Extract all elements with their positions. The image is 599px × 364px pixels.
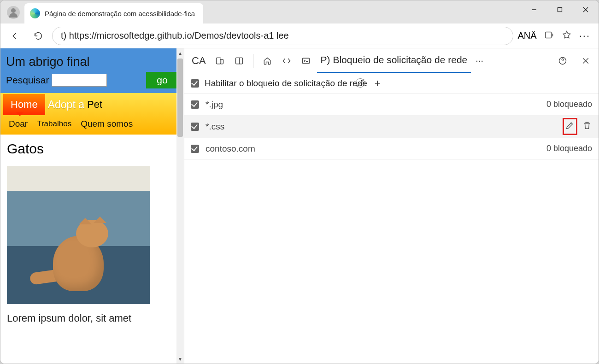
lorem-text: Lorem ipsum dolor, sit amet <box>7 312 177 324</box>
browser-window: Página de demonstração com acessibilidad… <box>0 0 599 364</box>
page-heading: Gatos <box>7 141 177 157</box>
scroll-down-icon[interactable]: ▼ <box>176 354 184 364</box>
page-pane: Um abrigo final Pesquisar go Home Adopt … <box>0 48 184 364</box>
svg-rect-4 <box>545 32 551 38</box>
pattern-name: *.css <box>206 122 556 132</box>
nav-donate[interactable]: Doar <box>9 119 28 129</box>
nav-pet[interactable]: Pet <box>87 99 102 111</box>
maximize-button[interactable] <box>547 0 573 19</box>
nav-home[interactable]: Home <box>3 94 45 115</box>
network-blocking-tab[interactable]: P) Bloqueio de solicitação de rede <box>317 54 471 73</box>
minimize-button[interactable] <box>521 0 547 19</box>
search-label: Pesquisar <box>6 75 49 86</box>
clear-patterns-icon[interactable] <box>356 78 365 88</box>
profile-avatar[interactable] <box>7 6 20 19</box>
pattern-row[interactable]: *.css <box>184 116 599 138</box>
pattern-name: *.jpg <box>206 100 540 110</box>
close-button[interactable] <box>573 0 599 19</box>
content-area: Um abrigo final Pesquisar go Home Adopt … <box>0 48 599 364</box>
pattern-checkbox[interactable] <box>191 145 199 153</box>
dock-icon[interactable] <box>231 53 247 69</box>
blocked-count: 0 bloqueado <box>546 144 592 153</box>
elements-tab-icon[interactable] <box>278 53 295 69</box>
url-bar: t) https://microsoftedge.github.io/Demos… <box>0 23 599 48</box>
nav-about[interactable]: Quem somos <box>81 119 133 129</box>
refresh-button[interactable] <box>29 27 47 45</box>
search-input[interactable] <box>52 74 107 87</box>
nav-jobs[interactable]: Trabalhos <box>37 119 71 129</box>
url-text: t) https://microsoftedge.github.io/Demos… <box>61 30 289 41</box>
enable-blocking-label: Habilitar o bloqueio de solicitação de r… <box>205 78 367 88</box>
read-aloud-icon[interactable] <box>544 30 554 42</box>
add-pattern-icon[interactable]: + <box>375 77 381 89</box>
address-field[interactable]: t) https://microsoftedge.github.io/Demos… <box>52 27 513 45</box>
scroll-thumb[interactable] <box>177 59 183 137</box>
device-toggle-icon[interactable] <box>211 53 228 69</box>
enable-blocking-checkbox[interactable] <box>191 79 199 88</box>
browser-tab[interactable]: Página de demonstração com acessibilidad… <box>24 3 203 23</box>
svg-rect-1 <box>558 8 562 12</box>
svg-rect-7 <box>235 58 242 64</box>
favorite-icon[interactable] <box>562 30 572 42</box>
help-icon[interactable] <box>554 53 571 69</box>
svg-rect-9 <box>302 58 309 64</box>
pattern-checkbox[interactable] <box>191 100 199 109</box>
pattern-row[interactable]: *.jpg 0 bloqueado <box>184 94 599 116</box>
welcome-tab-icon[interactable] <box>259 53 276 69</box>
delete-pattern-icon[interactable] <box>582 120 592 133</box>
pattern-name: contoso.com <box>206 144 540 154</box>
pattern-list: *.jpg 0 bloqueado *.css contoso.com 0 bl… <box>184 94 599 160</box>
settings-menu-icon[interactable]: ··· <box>579 30 590 42</box>
blocking-toolbar: Habilitar o bloqueio de solicitação de r… <box>184 73 599 94</box>
site-header: Um abrigo final Pesquisar go <box>0 48 184 93</box>
scroll-up-icon[interactable]: ▲ <box>176 48 184 58</box>
back-button[interactable] <box>6 27 24 45</box>
devtools-close-icon[interactable] <box>577 53 594 69</box>
blocked-count: 0 bloqueado <box>546 100 592 109</box>
reader-label[interactable]: ANÄ <box>518 30 537 41</box>
cat-image <box>7 166 150 304</box>
window-controls <box>521 0 599 19</box>
edit-pattern-icon[interactable] <box>563 118 577 135</box>
site-nav: Home Adopt a Pet Doar Trabalhos Quem som… <box>0 93 184 135</box>
scrollbar[interactable]: ▲ ▼ <box>176 48 184 364</box>
go-button[interactable]: go <box>146 72 178 88</box>
active-tab-label: P) Bloqueio de solicitação de rede <box>321 54 468 65</box>
inspect-label[interactable]: CA <box>189 55 209 67</box>
more-tabs-icon[interactable]: ··· <box>476 55 483 66</box>
nav-adopt[interactable]: Adopt a <box>48 99 84 111</box>
site-title: Um abrigo final <box>6 55 178 69</box>
edge-logo-icon <box>30 8 40 18</box>
devtools-pane: CA P) Bloqueio de solicitação de rede ··… <box>184 48 599 364</box>
console-tab-icon[interactable] <box>298 53 314 69</box>
devtools-tabbar: CA P) Bloqueio de solicitação de rede ··… <box>184 48 599 73</box>
pattern-row[interactable]: contoso.com 0 bloqueado <box>184 138 599 160</box>
tab-title: Página de demonstração com acessibilidad… <box>45 10 195 18</box>
pattern-checkbox[interactable] <box>191 123 199 131</box>
titlebar: Página de demonstração com acessibilidad… <box>0 0 599 23</box>
